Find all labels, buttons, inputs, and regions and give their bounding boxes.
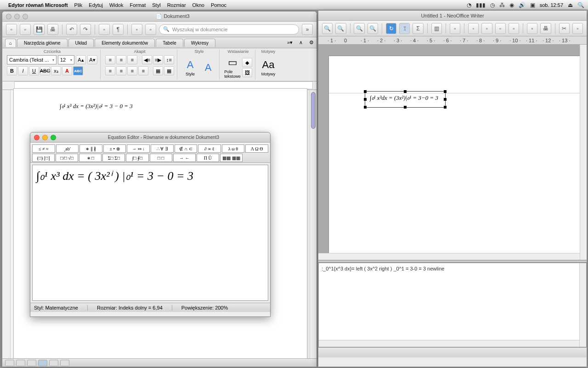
neo-formula-code[interactable]: :_0^1{x^3 dx}= left ( 3x^2 right ) _0^1 … (322, 266, 444, 271)
neo-open-button[interactable]: ▫ (527, 23, 537, 34)
eq-palette-spaces[interactable]: ¸ab′ (56, 144, 79, 153)
neo-doc-button[interactable]: ▫ (450, 23, 460, 34)
show-button[interactable]: ▫ (131, 24, 142, 35)
undo-button[interactable]: ↶ (66, 24, 77, 35)
neo-cursor-button[interactable]: 𝙸 (399, 23, 410, 34)
eq-tpl-sum[interactable]: Σ□ Σ□ (102, 154, 125, 162)
tab-wykresy[interactable]: Wykresy (184, 39, 215, 47)
eject-icon[interactable]: ⏏ (568, 2, 573, 8)
neo-page[interactable]: ∫₀¹ x³dx = (3x²)|₀¹ = 3−0 = 3 (328, 56, 586, 260)
eq-palette-greek-upper[interactable]: Λ Ω Θ (245, 144, 268, 153)
justify-button[interactable]: ≡ (138, 66, 148, 75)
subscript-button[interactable]: x₂ (51, 66, 61, 75)
view-normal-button[interactable] (5, 360, 14, 366)
eq-zoom-button[interactable] (51, 135, 56, 140)
neo-doc-hscrollbar[interactable] (318, 253, 580, 260)
neo-page1-button[interactable]: ▫ (481, 23, 492, 34)
eq-tpl-integral[interactable]: ∫□ ∮□ (126, 154, 148, 162)
shrink-font-button[interactable]: A▾ (87, 55, 97, 64)
ribbon-settings-button[interactable]: ⚙ (306, 40, 317, 46)
battery-icon[interactable]: ▮▮▮ (476, 2, 486, 8)
redo-button[interactable]: ↷ (80, 24, 91, 35)
menu-edytuj[interactable]: Edytuj (89, 2, 103, 8)
timemachine-icon[interactable]: ◷ (490, 2, 495, 8)
tab-home-icon[interactable]: ⌂ (5, 39, 16, 47)
menu-pomoc[interactable]: Pomoc (211, 2, 226, 8)
neo-page3-button[interactable]: ▫ (509, 23, 519, 34)
hide-button[interactable]: ▫ (145, 24, 156, 35)
search-options-button[interactable]: » (302, 24, 313, 35)
clock[interactable]: sob. 12:57 (540, 2, 563, 8)
menu-plik[interactable]: Plik (74, 2, 83, 8)
strike-button[interactable]: ABC (40, 66, 50, 75)
neo-zoom-in-button[interactable]: 🔍 (322, 23, 333, 34)
neo-code-hscrollbar[interactable] (319, 340, 579, 347)
themes-button[interactable]: AaMotywy (260, 57, 277, 79)
para-button[interactable]: ¶ (113, 24, 124, 35)
highlight-button[interactable]: ABC (73, 66, 83, 75)
view-focus-button[interactable] (60, 360, 69, 366)
indent-button[interactable]: ≡▶ (153, 55, 163, 64)
word-ruler-vertical[interactable] (2, 90, 11, 359)
eq-equation-large[interactable]: ∫₀¹ x³ dx = ( 3x²ⁱ ) |₀¹ = 3 − 0 = 3 (36, 169, 264, 183)
italic-button[interactable]: I (18, 66, 28, 75)
eq-palette-logical[interactable]: ∴ ∀ ∃ (151, 144, 174, 153)
eq-palette-misc[interactable]: ∂ ∞ ℓ (198, 144, 221, 153)
word-titlebar[interactable]: 📄 Dokument3 (2, 12, 317, 22)
styles-button[interactable]: AStyle (182, 57, 198, 79)
grow-font-button[interactable]: A▴ (76, 55, 86, 64)
menu-styl[interactable]: Styl (152, 2, 160, 8)
eq-tpl-matrix[interactable]: ▦▦ ▦▦ (220, 154, 243, 162)
outdent-button[interactable]: ◀≡ (142, 55, 152, 64)
neo-zoom-100-button[interactable]: 🔍 (368, 23, 378, 34)
neo-sigma-button[interactable]: Σ (413, 23, 423, 34)
eq-palette-arrows[interactable]: → ⇔ ↓ (127, 144, 150, 153)
eq-palette-relational[interactable]: ≤ ≠ ≈ (32, 144, 55, 153)
eq-tpl-labeled-arrow[interactable]: → ← (173, 154, 196, 162)
align-center-button[interactable]: ≡ (116, 66, 126, 75)
eq-palette-set[interactable]: ∉ ∩ ⊂ (175, 144, 198, 153)
eq-tpl-products[interactable]: Π Ů (197, 154, 219, 162)
ribbon-collapse-button[interactable]: ∧ (296, 40, 305, 46)
borders-button[interactable]: ▦ (153, 66, 163, 75)
shape-button[interactable]: ◆ (242, 58, 252, 67)
tab-tabele[interactable]: Tabele (156, 39, 183, 47)
styles-pane-button[interactable]: A (200, 57, 216, 79)
align-right-button[interactable]: ≡ (127, 66, 137, 75)
neo-zoom-fit-button[interactable]: 🔍 (354, 23, 364, 34)
print-button[interactable]: 🖶 (47, 24, 58, 35)
neo-refresh-button[interactable]: ↻ (386, 23, 396, 34)
neo-titlebar[interactable]: Untitled 1 - NeoOffice Writer (318, 11, 587, 21)
zoom-button[interactable] (23, 14, 28, 19)
search-input[interactable]: 🔍 Wyszukaj w dokumencie (159, 24, 299, 34)
format-button[interactable]: ▫ (99, 24, 110, 35)
neo-catalog-button[interactable]: ▥ (431, 23, 442, 34)
underline-button[interactable]: U (29, 66, 39, 75)
eq-palette-greek-lower[interactable]: λ ω θ (222, 144, 245, 153)
neo-code-vscrollbar[interactable] (579, 263, 586, 347)
minimize-button[interactable] (14, 14, 20, 19)
neo-document-area[interactable]: ∫₀¹ x³dx = (3x²)|₀¹ = 3−0 = 3 (318, 45, 587, 260)
align-left-button[interactable]: ≡ (105, 66, 115, 75)
eq-close-button[interactable] (34, 135, 40, 140)
bold-button[interactable]: B (7, 66, 17, 75)
menu-format[interactable]: Format (130, 2, 146, 8)
spotlight-icon[interactable]: 🔍 (577, 2, 584, 8)
menu-okno[interactable]: Okno (192, 2, 204, 8)
eq-tpl-subsup[interactable]: ∗ □ (79, 154, 102, 162)
eq-palette-embellish[interactable]: ∗ ∥ ∦ (79, 144, 102, 153)
eq-minimize-button[interactable] (42, 135, 48, 140)
close-button[interactable] (6, 14, 11, 19)
view-web-button[interactable] (49, 360, 58, 366)
bluetooth-icon[interactable]: ⁂ (499, 2, 505, 8)
eq-tpl-fractions[interactable]: □/□ √□ (56, 154, 78, 162)
volume-icon[interactable]: 🔊 (519, 2, 526, 8)
neo-print-button[interactable]: 🖶 (540, 23, 551, 34)
textbox-button[interactable]: ▭Pole tekstowe (224, 57, 241, 79)
neo-zoom-out-button[interactable]: 🔍 (335, 23, 346, 34)
neo-cut-button[interactable]: ✂ (559, 23, 570, 34)
view-outline-button[interactable] (16, 360, 25, 366)
charge-icon[interactable]: ▣ (530, 2, 535, 8)
notification-icon[interactable]: ◔ (467, 2, 471, 8)
neo-ruler[interactable]: · 1 · 0 · 1 · · 2 · · 3 · · 4 · · 5 · · … (318, 36, 587, 45)
